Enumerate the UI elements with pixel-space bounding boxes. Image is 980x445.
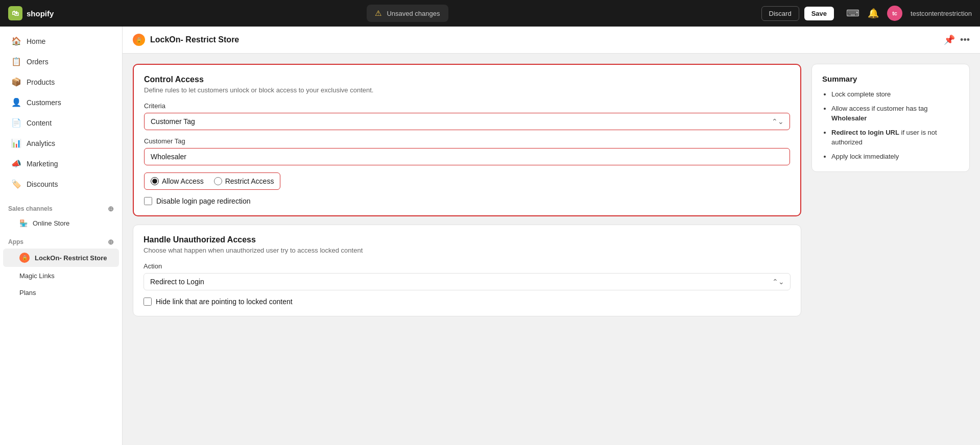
- sidebar-item-marketing[interactable]: 📣 Marketing: [3, 154, 119, 174]
- online-store-icon: 🏪: [19, 219, 28, 227]
- username-label[interactable]: testcontentrestriction: [911, 10, 972, 17]
- content-icon: 📄: [11, 118, 21, 128]
- sidebar-item-label: Online Store: [33, 219, 69, 227]
- products-icon: 📦: [11, 77, 21, 87]
- hide-links-checkbox[interactable]: Hide link that are pointing to locked co…: [144, 298, 791, 306]
- sidebar-item-online-store[interactable]: 🏪 Online Store: [3, 215, 119, 231]
- sidebar-item-label: Analytics: [27, 139, 55, 147]
- main-column: Control Access Define rules to let custo…: [133, 64, 801, 316]
- sidebar-item-lockon[interactable]: 🔒 LockOn- Restrict Store: [3, 249, 119, 267]
- access-radio-group: Allow Access Restrict Access: [144, 172, 280, 190]
- main-content: 🔒 LockOn- Restrict Store 📌 ••• Control A…: [123, 27, 980, 445]
- topbar-logo: 🛍 shopify: [8, 6, 54, 20]
- handle-unauthorized-subtitle: Choose what happen when unauthorized use…: [144, 246, 791, 254]
- handle-unauthorized-title: Handle Unauthorized Access: [144, 235, 791, 244]
- action-select[interactable]: Redirect to Login Show Message Hide Cont…: [144, 273, 791, 290]
- apps-section: Apps ⊕: [0, 232, 122, 248]
- sidebar-item-label: Home: [27, 37, 45, 45]
- sidebar-item-label: Plans: [19, 289, 36, 296]
- sidebar-item-products[interactable]: 📦 Products: [3, 72, 119, 92]
- allow-access-label: Allow Access: [162, 177, 204, 185]
- page-header-actions: 📌 •••: [944, 34, 970, 45]
- home-icon: 🏠: [11, 36, 21, 46]
- sidebar-item-plans[interactable]: Plans: [3, 285, 119, 301]
- analytics-icon: 📊: [11, 138, 21, 148]
- sidebar-item-label: Customers: [27, 98, 61, 107]
- sidebar-item-label: Magic Links: [19, 272, 55, 280]
- more-options-button[interactable]: •••: [960, 35, 970, 45]
- page-title: LockOn- Restrict Store: [150, 35, 239, 44]
- restrict-access-label: Restrict Access: [225, 177, 274, 185]
- customer-tag-label: Customer Tag: [144, 137, 790, 145]
- summary-panel: Summary Lock complete store Allow access…: [811, 64, 970, 172]
- disable-redirect-label: Disable login page redirection: [156, 197, 250, 205]
- avatar[interactable]: tc: [887, 6, 902, 21]
- logo-text: shopify: [27, 9, 54, 18]
- summary-title: Summary: [822, 75, 959, 83]
- app-header-icon: 🔒: [133, 34, 145, 46]
- topbar-actions: Discard Save: [761, 6, 834, 21]
- disable-redirect-checkbox[interactable]: Disable login page redirection: [144, 197, 790, 205]
- unsaved-bar: ⚠ Unsaved changes: [367, 5, 448, 22]
- sales-channels-section: Sales channels ⊕: [0, 199, 122, 215]
- sidebar-item-label: Discounts: [27, 180, 58, 188]
- sidebar-item-discounts[interactable]: 🏷️ Discounts: [3, 174, 119, 194]
- page-header-left: 🔒 LockOn- Restrict Store: [133, 34, 239, 46]
- unsaved-label: Unsaved changes: [387, 10, 440, 17]
- expand-sales-icon[interactable]: ⊕: [108, 205, 114, 213]
- restrict-access-radio[interactable]: Restrict Access: [214, 177, 274, 185]
- action-select-wrapper: Redirect to Login Show Message Hide Cont…: [144, 273, 791, 290]
- sidebar-item-label: Products: [27, 78, 55, 86]
- pin-button[interactable]: 📌: [944, 34, 955, 45]
- keyboard-icon[interactable]: ⌨: [846, 8, 859, 19]
- summary-card: Summary Lock complete store Allow access…: [811, 64, 970, 172]
- topbar-icons: ⌨ 🔔 tc testcontentrestriction: [846, 6, 972, 21]
- content-area: Control Access Define rules to let custo…: [123, 54, 980, 327]
- page-header: 🔒 LockOn- Restrict Store 📌 •••: [123, 27, 980, 54]
- sidebar-item-label: Content: [27, 119, 52, 127]
- sidebar-item-analytics[interactable]: 📊 Analytics: [3, 133, 119, 153]
- hide-links-label: Hide link that are pointing to locked co…: [156, 298, 293, 306]
- sidebar: 🏠 Home 📋 Orders 📦 Products 👤 Customers 📄…: [0, 27, 123, 445]
- warning-icon: ⚠: [375, 9, 381, 18]
- topbar: 🛍 shopify ⚠ Unsaved changes Discard Save…: [0, 0, 980, 27]
- summary-item-3: Redirect to login URL if user is not aut…: [831, 128, 959, 147]
- criteria-select-wrapper: Customer Tag Customer Email All Customer…: [144, 113, 790, 130]
- discard-button[interactable]: Discard: [761, 6, 799, 21]
- customers-icon: 👤: [11, 97, 21, 107]
- summary-item-1: Lock complete store: [831, 89, 959, 100]
- sidebar-item-orders[interactable]: 📋 Orders: [3, 52, 119, 71]
- sidebar-item-magic-links[interactable]: Magic Links: [3, 268, 119, 284]
- control-access-card: Control Access Define rules to let custo…: [133, 64, 801, 216]
- allow-access-radio[interactable]: Allow Access: [151, 177, 204, 185]
- sidebar-item-customers[interactable]: 👤 Customers: [3, 92, 119, 112]
- bell-icon[interactable]: 🔔: [868, 8, 879, 19]
- sidebar-item-label: Marketing: [27, 160, 58, 168]
- save-button[interactable]: Save: [804, 7, 834, 20]
- control-access-subtitle: Define rules to let customers unlock or …: [144, 86, 790, 94]
- orders-icon: 📋: [11, 57, 21, 66]
- sidebar-item-label: LockOn- Restrict Store: [35, 254, 107, 262]
- control-access-title: Control Access: [144, 75, 790, 84]
- handle-unauthorized-card: Handle Unauthorized Access Choose what h…: [133, 225, 801, 316]
- layout: 🏠 Home 📋 Orders 📦 Products 👤 Customers 📄…: [0, 27, 980, 445]
- summary-item-4: Apply lock immediately: [831, 152, 959, 162]
- criteria-select[interactable]: Customer Tag Customer Email All Customer…: [144, 113, 790, 130]
- sidebar-item-content[interactable]: 📄 Content: [3, 113, 119, 133]
- customer-tag-input[interactable]: [144, 148, 790, 165]
- sidebar-item-home[interactable]: 🏠 Home: [3, 31, 119, 51]
- expand-apps-icon[interactable]: ⊕: [108, 238, 114, 246]
- marketing-icon: 📣: [11, 159, 21, 168]
- lockon-app-icon: 🔒: [19, 253, 30, 263]
- action-label: Action: [144, 262, 791, 270]
- sidebar-item-label: Orders: [27, 58, 49, 66]
- criteria-label: Criteria: [144, 102, 790, 110]
- summary-list: Lock complete store Allow access if cust…: [822, 89, 959, 161]
- shopify-logo-icon: 🛍: [8, 6, 22, 20]
- topbar-center: ⚠ Unsaved changes: [60, 5, 755, 22]
- discounts-icon: 🏷️: [11, 179, 21, 189]
- summary-item-2: Allow access if customer has tag Wholesa…: [831, 104, 959, 123]
